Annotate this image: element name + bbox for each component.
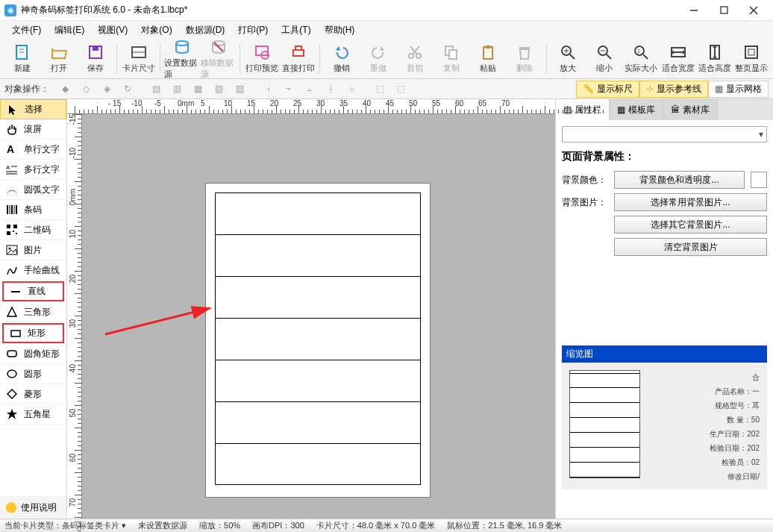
paste-button[interactable]: 粘贴 bbox=[471, 41, 506, 76]
status-zoom: 缩放：50% bbox=[199, 520, 240, 531]
menu-文件(F)[interactable]: 文件(F) bbox=[6, 22, 47, 38]
toggle-guides[interactable]: ⊹显示参考线 bbox=[639, 81, 708, 98]
table-row[interactable] bbox=[215, 443, 421, 485]
preview-button[interactable]: 打印预览 bbox=[244, 41, 279, 76]
table-row[interactable] bbox=[215, 318, 421, 360]
help-button[interactable]: 使用说明 bbox=[0, 496, 66, 519]
status-cardtype[interactable]: 当前卡片类型：条码标签类卡片 ▾ bbox=[4, 520, 126, 531]
table-row[interactable] bbox=[215, 401, 421, 443]
fitheight-button[interactable]: 适合高度 bbox=[697, 41, 732, 76]
tool-text1[interactable]: A单行文字 bbox=[0, 140, 66, 160]
menu-数据源(D)[interactable]: 数据源(D) bbox=[180, 22, 231, 38]
fitwidth-icon bbox=[669, 43, 687, 61]
svg-point-59 bbox=[9, 248, 11, 250]
new-button[interactable]: 新建 bbox=[4, 41, 40, 76]
delete-button: 删除 bbox=[507, 41, 542, 76]
fitpage-button[interactable]: 整页显示 bbox=[733, 41, 769, 76]
tool-tri[interactable]: 三角形 bbox=[0, 302, 66, 322]
tool-textm[interactable]: A多行文字 bbox=[0, 160, 66, 180]
tool-line[interactable]: 直线 bbox=[2, 281, 64, 301]
tool-diamond[interactable]: 菱形 bbox=[0, 384, 66, 404]
zoomout-button[interactable]: 缩小 bbox=[587, 41, 622, 76]
svg-point-63 bbox=[7, 370, 16, 378]
table-row[interactable] bbox=[215, 360, 421, 401]
table-row[interactable] bbox=[215, 234, 421, 276]
rect-icon bbox=[10, 328, 22, 339]
undo-button[interactable]: 撤销 bbox=[324, 41, 359, 76]
ruler-icon: 📏 bbox=[583, 84, 594, 94]
tab-mat[interactable]: 🏛素材库 bbox=[663, 99, 718, 120]
save-button[interactable]: 保存 bbox=[78, 41, 113, 76]
mini-meta: 合产品名称：一规格型号：耳数 量：50生产日期：202检验日期：202检验员：0… bbox=[648, 370, 760, 482]
zoom100-button[interactable]: 1实际大小 bbox=[624, 41, 659, 76]
tool-draw[interactable]: 手绘曲线 bbox=[0, 260, 66, 281]
svg-rect-57 bbox=[16, 233, 17, 234]
svg-rect-56 bbox=[13, 231, 14, 232]
bgimg-other-button[interactable]: 选择其它背景图片... bbox=[614, 216, 767, 234]
bgcolor-swatch[interactable] bbox=[751, 172, 767, 188]
tool-arc[interactable]: 圆弧文字 bbox=[0, 180, 66, 200]
bgcolor-button[interactable]: 背景颜色和透明度... bbox=[614, 171, 745, 189]
menu-打印(P)[interactable]: 打印(P) bbox=[232, 22, 274, 38]
op-icon: ◇ bbox=[78, 81, 94, 96]
close-button[interactable] bbox=[739, 1, 769, 19]
canvas[interactable] bbox=[82, 114, 555, 519]
svg-rect-61 bbox=[11, 331, 20, 337]
menu-工具(T)[interactable]: 工具(T) bbox=[275, 22, 316, 38]
svg-text:A: A bbox=[7, 143, 14, 155]
cardsize-button[interactable]: 卡片尺寸 bbox=[121, 41, 156, 76]
svg-rect-24 bbox=[483, 47, 492, 59]
tool-qrcode[interactable]: 二维码 bbox=[0, 220, 66, 240]
svg-line-64 bbox=[105, 308, 210, 334]
status-mouse: 鼠标位置：21.5 毫米, 16.9 毫米 bbox=[447, 520, 562, 531]
maximize-button[interactable] bbox=[709, 1, 739, 19]
tool-circle[interactable]: 圆形 bbox=[0, 364, 66, 384]
svg-rect-23 bbox=[449, 50, 457, 59]
zoom100-icon: 1 bbox=[632, 43, 650, 61]
svg-rect-25 bbox=[486, 46, 490, 48]
svg-rect-1 bbox=[721, 7, 727, 13]
print-button[interactable]: 直接打印 bbox=[281, 41, 316, 76]
rrect-icon bbox=[6, 348, 18, 360]
bgcolor-label: 背景颜色： bbox=[562, 174, 608, 187]
table-row[interactable] bbox=[215, 193, 421, 234]
table-row[interactable] bbox=[215, 276, 421, 318]
property-search-input[interactable]: ▾ bbox=[562, 126, 767, 143]
minimize-button[interactable] bbox=[679, 1, 709, 19]
page[interactable] bbox=[205, 183, 431, 498]
tool-barcode[interactable]: 条码 bbox=[0, 200, 66, 220]
setds-button[interactable]: 设置数据源 bbox=[164, 41, 199, 76]
toggle-ruler[interactable]: 📏显示标尺 bbox=[576, 81, 639, 98]
redo-button: 重做 bbox=[361, 41, 396, 76]
op-icon: ◆ bbox=[57, 81, 73, 96]
save-icon bbox=[87, 43, 104, 61]
diamond-icon bbox=[6, 388, 18, 400]
toggle-grid[interactable]: ▦显示网格 bbox=[708, 81, 769, 98]
tool-pan[interactable]: 滚屏 bbox=[0, 119, 66, 140]
undo-icon bbox=[333, 43, 351, 61]
menu-编辑(E)[interactable]: 编辑(E) bbox=[48, 22, 90, 38]
status-datasource: 未设置数据源 bbox=[138, 520, 187, 531]
titlebar: ◉ 神奇条码标签打印系统 6.0 - 未命名1.lbcp* bbox=[0, 0, 773, 21]
fitwidth-button[interactable]: 适合宽度 bbox=[660, 41, 695, 76]
bgimg-common-button[interactable]: 选择常用背景图片... bbox=[614, 193, 767, 211]
menu-对象(O)[interactable]: 对象(O) bbox=[135, 22, 178, 38]
tool-rect[interactable]: 矩形 bbox=[2, 323, 64, 343]
menu-帮助(H)[interactable]: 帮助(H) bbox=[319, 22, 361, 38]
tab-props[interactable]: ▤属性栏 bbox=[556, 99, 610, 120]
line-icon bbox=[10, 286, 22, 298]
bgimg-clear-button[interactable]: 清空背景图片 bbox=[614, 238, 767, 256]
tab-tpl[interactable]: ▦模板库 bbox=[610, 99, 663, 120]
textm-icon: A bbox=[6, 163, 18, 175]
menubar: 文件(F)编辑(E)视图(V)对象(O)数据源(D)打印(P)工具(T)帮助(H… bbox=[0, 21, 773, 39]
zoomin-button[interactable]: 放大 bbox=[551, 41, 586, 76]
grid-icon: ▦ bbox=[715, 84, 723, 94]
tool-rrect[interactable]: 圆角矩形 bbox=[0, 344, 66, 364]
pan-icon bbox=[6, 123, 18, 135]
menu-视图(V)[interactable]: 视图(V) bbox=[92, 22, 134, 38]
open-button[interactable]: 打开 bbox=[41, 41, 76, 76]
tool-star[interactable]: 五角星 bbox=[0, 404, 66, 425]
tool-select[interactable]: 选择 bbox=[0, 99, 66, 119]
tool-image[interactable]: 图片 bbox=[0, 240, 66, 260]
guides-icon: ⊹ bbox=[646, 84, 654, 94]
